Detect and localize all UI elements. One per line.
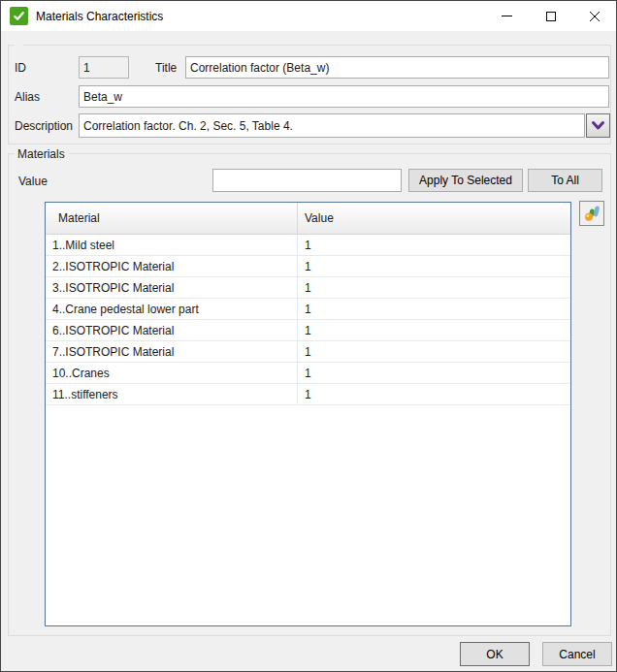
value-cell: 1: [298, 299, 570, 319]
window-title: Materials Characteristics: [36, 10, 163, 23]
material-cell: 7..ISOTROPIC Material: [46, 341, 298, 362]
chevron-down-icon: [591, 120, 605, 131]
window-controls: [485, 1, 616, 31]
table-row[interactable]: 11..stiffeners 1: [46, 384, 570, 405]
material-cell: 11..stiffeners: [46, 384, 298, 404]
alias-label: Alias: [15, 90, 40, 104]
value-cell: 1: [298, 235, 570, 255]
maximize-button[interactable]: [529, 1, 572, 31]
material-cell: 1..Mild steel: [46, 235, 298, 255]
material-cell: 2..ISOTROPIC Material: [46, 256, 298, 276]
maximize-icon: [546, 12, 556, 21]
description-field[interactable]: [79, 113, 585, 138]
value-cell: 1: [298, 320, 570, 340]
table-body: 1..Mild steel 1 2..ISOTROPIC Material 1 …: [46, 235, 570, 405]
table-row[interactable]: 7..ISOTROPIC Material 1: [46, 341, 570, 363]
value-cell: 1: [298, 256, 570, 276]
materials-value-input[interactable]: [212, 169, 402, 192]
table-row[interactable]: 1..Mild steel 1: [46, 235, 570, 256]
color-chart-icon: [583, 205, 601, 222]
close-button[interactable]: [572, 1, 616, 31]
table-row[interactable]: 2..ISOTROPIC Material 1: [46, 256, 570, 277]
apply-to-selected-button[interactable]: Apply To Selected: [408, 169, 523, 192]
minimize-button[interactable]: [485, 1, 529, 31]
materials-table: Material Value 1..Mild steel 1 2..ISOTRO…: [45, 202, 571, 626]
table-row[interactable]: 6..ISOTROPIC Material 1: [46, 320, 570, 341]
material-column-header: Material: [46, 203, 298, 234]
description-dropdown-button[interactable]: [586, 113, 610, 138]
material-cell: 10..Cranes: [46, 363, 298, 383]
material-cell: 3..ISOTROPIC Material: [46, 277, 298, 298]
close-icon: [589, 11, 601, 22]
id-label: ID: [15, 61, 26, 75]
table-row[interactable]: 4..Crane pedestal lower part 1: [46, 299, 570, 320]
materials-characteristics-dialog: Materials Characteristics ID Title Alias…: [0, 0, 617, 672]
minimize-icon: [502, 16, 512, 16]
cancel-button[interactable]: Cancel: [542, 642, 612, 666]
value-cell: 1: [298, 277, 570, 298]
materials-group-label: Materials: [14, 147, 69, 161]
table-header: Material Value: [46, 203, 570, 235]
title-label: Title: [155, 61, 177, 75]
value-column-header: Value: [298, 203, 570, 234]
material-cell: 4..Crane pedestal lower part: [46, 299, 298, 319]
title-field[interactable]: [185, 56, 609, 79]
table-row[interactable]: 3..ISOTROPIC Material 1: [46, 277, 570, 299]
to-all-button[interactable]: To All: [528, 169, 602, 192]
title-bar[interactable]: Materials Characteristics: [1, 1, 616, 31]
alias-field[interactable]: [79, 85, 609, 108]
green-check-icon: [10, 7, 28, 25]
value-label: Value: [18, 175, 48, 188]
color-scale-button[interactable]: [579, 201, 604, 226]
value-cell: 1: [298, 363, 570, 383]
table-row[interactable]: 10..Cranes 1: [46, 363, 570, 384]
id-field[interactable]: [79, 56, 129, 79]
ok-button[interactable]: OK: [460, 642, 530, 666]
description-label: Description: [15, 119, 73, 133]
material-cell: 6..ISOTROPIC Material: [46, 320, 298, 340]
value-cell: 1: [298, 384, 570, 404]
value-cell: 1: [298, 341, 570, 362]
